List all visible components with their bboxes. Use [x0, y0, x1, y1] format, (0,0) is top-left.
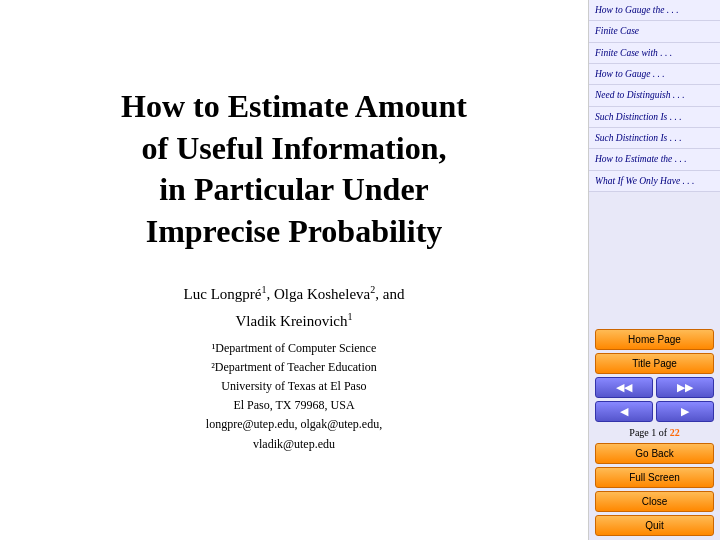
next-button[interactable]: ▶	[656, 401, 714, 422]
page-of-label: of	[659, 427, 667, 438]
nav-list: How to Gauge the . . .Finite CaseFinite …	[589, 0, 720, 325]
home-page-button[interactable]: Home Page	[595, 329, 714, 350]
quit-button[interactable]: Quit	[595, 515, 714, 536]
authors-block: Luc Longpré1, Olga Kosheleva2, and Vladi…	[184, 281, 405, 335]
nav-item-5[interactable]: Such Distinction Is . . .	[589, 107, 720, 128]
affiliation5: longpre@utep.edu, olgak@utep.edu,	[206, 417, 382, 431]
affiliation2: ²Department of Teacher Education	[211, 360, 376, 374]
title-line2: of Useful Information,	[142, 130, 447, 166]
prev-prev-button[interactable]: ◀◀	[595, 377, 653, 398]
full-screen-button[interactable]: Full Screen	[595, 467, 714, 488]
page-info: Page 1 of 22	[595, 425, 714, 440]
affiliation6: vladik@utep.edu	[253, 437, 335, 451]
nav-item-0[interactable]: How to Gauge the . . .	[589, 0, 720, 21]
next-next-button[interactable]: ▶▶	[656, 377, 714, 398]
affiliation-block: ¹Department of Computer Science ²Departm…	[206, 339, 382, 454]
sidebar: How to Gauge the . . .Finite CaseFinite …	[588, 0, 720, 540]
affiliation3: University of Texas at El Paso	[221, 379, 366, 393]
slide-title: How to Estimate Amount of Useful Informa…	[121, 86, 467, 252]
nav-item-7[interactable]: How to Estimate the . . .	[589, 149, 720, 170]
sidebar-buttons: Home Page Title Page ◀◀ ▶▶ ◀ ▶ Page 1 of…	[589, 325, 720, 540]
close-button[interactable]: Close	[595, 491, 714, 512]
go-back-button[interactable]: Go Back	[595, 443, 714, 464]
nav-item-2[interactable]: Finite Case with . . .	[589, 43, 720, 64]
nav-item-4[interactable]: Need to Distinguish . . .	[589, 85, 720, 106]
nav-item-6[interactable]: Such Distinction Is . . .	[589, 128, 720, 149]
title-line1: How to Estimate Amount	[121, 88, 467, 124]
page-label: Page	[629, 427, 648, 438]
affiliation4: El Paso, TX 79968, USA	[233, 398, 354, 412]
nav-item-1[interactable]: Finite Case	[589, 21, 720, 42]
nav-row-2: ◀ ▶	[595, 401, 714, 422]
title-line3: in Particular Under	[159, 171, 429, 207]
nav-row-1: ◀◀ ▶▶	[595, 377, 714, 398]
prev-button[interactable]: ◀	[595, 401, 653, 422]
nav-item-3[interactable]: How to Gauge . . .	[589, 64, 720, 85]
page-total: 22	[670, 427, 680, 438]
main-content: How to Estimate Amount of Useful Informa…	[0, 0, 588, 540]
title-line4: Imprecise Probability	[146, 213, 443, 249]
affiliation1: ¹Department of Computer Science	[212, 341, 377, 355]
nav-item-8[interactable]: What If We Only Have . . .	[589, 171, 720, 192]
title-page-button[interactable]: Title Page	[595, 353, 714, 374]
page-current: 1	[651, 427, 656, 438]
